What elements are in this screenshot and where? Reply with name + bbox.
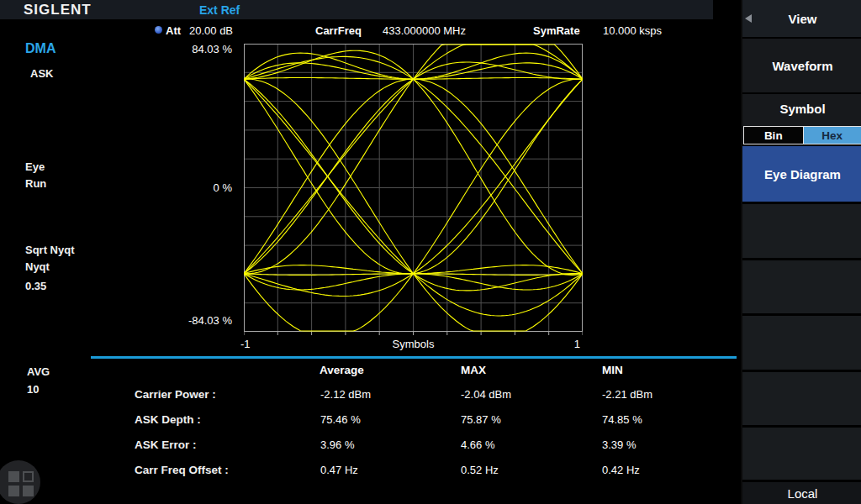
row-avg-value: 75.46 % <box>320 413 361 426</box>
local-button-label: Local <box>788 486 818 501</box>
filter-alpha-readout: 0.35 <box>25 280 46 292</box>
softkey-eye-diagram[interactable]: Eye Diagram <box>742 146 861 202</box>
eye-diagram-plot <box>244 44 583 336</box>
y-axis-max-label: 84.03 % <box>151 43 232 55</box>
filter-ref-readout: Nyqt <box>25 260 50 273</box>
softkey-blank-2 <box>742 260 861 313</box>
row-label: ASK Error : <box>135 438 197 451</box>
local-button[interactable]: Local <box>742 482 861 504</box>
filter-readout: Sqrt Nyqt <box>25 244 75 256</box>
symbol-format-bin[interactable]: Bin <box>744 127 803 144</box>
eye-diagram-chart <box>244 44 583 336</box>
att-indicator-icon <box>155 26 162 34</box>
softkey-blank-5 <box>742 428 861 480</box>
row-label: Carrier Power : <box>135 388 216 401</box>
row-avg-value: -2.12 dBm <box>320 388 371 401</box>
col-header-min: MIN <box>602 364 623 376</box>
row-max-value: 4.66 % <box>461 438 494 451</box>
home-grid-icon <box>23 486 34 496</box>
row-max-value: 0.52 Hz <box>461 464 499 476</box>
symbol-format-toggle: Bin Hex <box>743 126 861 144</box>
siglent-logo: SIGLENT <box>24 2 92 18</box>
att-label: Att <box>166 24 181 37</box>
header-bar: SIGLENT Ext Ref <box>0 0 713 19</box>
softkey-blank-1 <box>742 204 861 258</box>
row-label: Carr Freq Offset : <box>135 464 229 476</box>
run-state-readout: Run <box>25 177 46 190</box>
row-min-value: 74.85 % <box>602 413 642 426</box>
row-avg-value: 3.96 % <box>320 438 354 451</box>
softkey-blank-3 <box>742 316 861 370</box>
carr-freq-value: 433.000000 MHz <box>383 24 466 37</box>
results-separator <box>91 356 737 359</box>
table-row: ASK Depth : 75.46 % 75.87 % 74.85 % <box>0 413 740 428</box>
y-axis-min-label: -84.03 % <box>151 314 232 327</box>
x-axis-title: Symbols <box>244 338 583 350</box>
view-readout: Eye <box>25 160 45 173</box>
home-button[interactable] <box>0 460 40 504</box>
symbol-format-hex[interactable]: Hex <box>803 127 861 144</box>
back-arrow-icon <box>745 14 752 23</box>
mode-readout: DMA <box>25 41 55 56</box>
avg-label: AVG <box>27 365 50 378</box>
analyzer-screen: SIGLENT Ext Ref Att 20.00 dB CarrFreq 43… <box>0 0 861 504</box>
x-axis-max-label: 1 <box>555 338 580 350</box>
softkey-waveform-label: Waveform <box>773 59 833 73</box>
row-min-value: 3.39 % <box>602 438 636 451</box>
home-grid-icon <box>8 471 19 482</box>
table-row: ASK Error : 3.96 % 4.66 % 3.39 % <box>0 438 740 453</box>
softkey-blank-4 <box>742 372 861 425</box>
softkey-menu: View Waveform Symbol Bin Hex Eye Diagram… <box>741 0 861 504</box>
home-grid-icon <box>8 486 19 496</box>
modulation-readout: ASK <box>30 67 53 80</box>
row-avg-value: 0.47 Hz <box>320 464 358 476</box>
ext-ref-status: Ext Ref <box>199 3 240 17</box>
menu-title-label: View <box>789 12 817 26</box>
col-header-average: Average <box>320 364 364 376</box>
carr-freq-label: CarrFreq <box>315 24 362 37</box>
row-label: ASK Depth : <box>135 413 201 426</box>
table-row: Carr Freq Offset : 0.47 Hz 0.52 Hz 0.42 … <box>0 464 740 478</box>
row-min-value: 0.42 Hz <box>602 464 640 476</box>
row-max-value: -2.04 dBm <box>461 388 511 401</box>
softkey-symbol-label: Symbol <box>779 102 825 116</box>
att-value: 20.00 dB <box>189 24 233 37</box>
softkey-eye-diagram-label: Eye Diagram <box>764 167 841 181</box>
table-row: Carrier Power : -2.12 dBm -2.04 dBm -2.2… <box>0 388 740 402</box>
sym-rate-value: 10.000 ksps <box>603 24 662 37</box>
sym-rate-label: SymRate <box>533 24 580 37</box>
softkey-waveform[interactable]: Waveform <box>742 39 861 92</box>
home-grid-icon <box>23 471 34 482</box>
menu-title-view[interactable]: View <box>742 0 861 37</box>
col-header-max: MAX <box>461 364 486 376</box>
row-max-value: 75.87 % <box>461 413 501 426</box>
y-axis-zero-label: 0 % <box>151 181 232 194</box>
row-min-value: -2.21 dBm <box>602 388 652 401</box>
